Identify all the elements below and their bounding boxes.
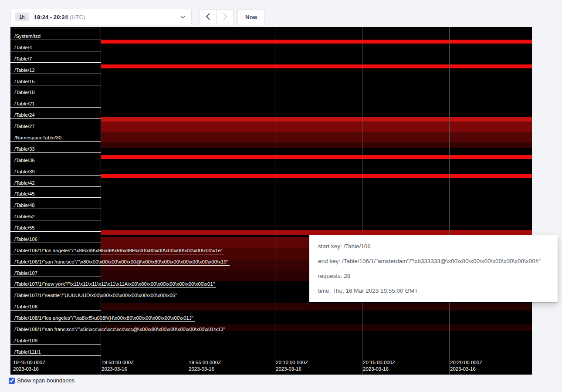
heat-band[interactable] bbox=[188, 155, 275, 159]
heat-band[interactable] bbox=[188, 40, 275, 44]
heat-band[interactable] bbox=[450, 324, 532, 331]
time-range-text: 19:24 - 20:24(UTC) bbox=[34, 14, 85, 20]
span-boundary-line bbox=[10, 96, 101, 96]
heat-band[interactable] bbox=[275, 142, 362, 148]
span-label: /Table/7 bbox=[14, 56, 32, 62]
span-label: /Table/111/1 bbox=[14, 349, 41, 355]
heat-band[interactable] bbox=[275, 117, 362, 122]
span-boundary-line bbox=[10, 287, 216, 288]
heat-band[interactable] bbox=[450, 117, 532, 122]
heat-band[interactable] bbox=[362, 122, 449, 132]
heat-band[interactable] bbox=[101, 64, 188, 68]
span-label: /Table/107 bbox=[14, 270, 37, 276]
heat-band[interactable] bbox=[450, 174, 532, 178]
span-label: /Table/52 bbox=[14, 213, 35, 220]
span-boundary-line bbox=[10, 355, 101, 356]
heat-band[interactable] bbox=[362, 303, 449, 311]
heat-band[interactable] bbox=[101, 155, 188, 159]
heat-band[interactable] bbox=[188, 117, 275, 122]
span-label: /Table/33 bbox=[14, 146, 35, 152]
heat-band[interactable] bbox=[101, 142, 188, 148]
heat-band[interactable] bbox=[362, 174, 449, 178]
span-boundary-line bbox=[10, 220, 101, 220]
span-label: /Table/21 bbox=[14, 101, 35, 107]
span-label: /Table/45 bbox=[14, 191, 35, 197]
heat-band[interactable] bbox=[275, 324, 362, 331]
span-boundary-line bbox=[10, 175, 101, 176]
heat-band[interactable] bbox=[188, 237, 275, 248]
span-boundary-line bbox=[10, 74, 101, 74]
next-time-button[interactable] bbox=[216, 9, 234, 25]
time-axis-label: 20:10:00.000Z2023-03-16 bbox=[276, 359, 308, 372]
heat-band[interactable] bbox=[275, 174, 362, 178]
heat-band[interactable] bbox=[362, 64, 449, 68]
heat-band[interactable] bbox=[450, 303, 532, 311]
heat-band[interactable] bbox=[188, 142, 275, 148]
heat-band[interactable] bbox=[188, 64, 275, 68]
heat-band[interactable] bbox=[275, 122, 362, 132]
heat-band[interactable] bbox=[188, 132, 275, 142]
heat-band[interactable] bbox=[101, 122, 188, 132]
now-button[interactable]: Now bbox=[237, 9, 265, 25]
span-label: /Table/39 bbox=[14, 169, 35, 175]
heat-band[interactable] bbox=[188, 270, 275, 281]
heat-band[interactable] bbox=[450, 142, 532, 148]
heat-band[interactable] bbox=[275, 155, 362, 159]
heat-band[interactable] bbox=[188, 174, 275, 178]
chevron-left-icon bbox=[206, 13, 210, 21]
heat-band[interactable] bbox=[275, 40, 362, 44]
span-label: /Table/108/1/"los angeles"/"\xa8\xf5\u00… bbox=[14, 315, 193, 321]
time-range-value: 19:24 - 20:24 bbox=[34, 14, 68, 20]
heat-band[interactable] bbox=[101, 303, 188, 311]
span-boundary-line bbox=[10, 277, 101, 277]
heat-band[interactable] bbox=[101, 117, 188, 122]
heat-band[interactable] bbox=[101, 230, 188, 235]
time-axis-label: 19:50:00.000Z2023-03-16 bbox=[102, 359, 134, 372]
heat-band[interactable] bbox=[101, 270, 188, 281]
span-boundary-line bbox=[10, 186, 101, 187]
heat-band[interactable] bbox=[188, 122, 275, 132]
time-axis-label: 19:55:00.000Z2023-03-16 bbox=[189, 359, 221, 372]
show-span-boundaries-checkbox[interactable] bbox=[9, 378, 15, 384]
heat-band[interactable] bbox=[450, 132, 532, 142]
span-label: /Table/108/1/"san francisco"/"\x8c\xcc\x… bbox=[14, 326, 225, 332]
span-boundary-line bbox=[10, 265, 230, 266]
heat-band[interactable] bbox=[275, 64, 362, 68]
heat-band[interactable] bbox=[101, 40, 188, 44]
heat-band[interactable] bbox=[362, 155, 449, 159]
span-label: /Table/27 bbox=[14, 123, 35, 129]
heat-band[interactable] bbox=[101, 237, 188, 248]
heat-band[interactable] bbox=[362, 324, 449, 331]
heat-band[interactable] bbox=[101, 174, 188, 178]
heat-band[interactable] bbox=[275, 303, 362, 311]
heat-band[interactable] bbox=[188, 230, 275, 235]
span-label: /Table/48 bbox=[14, 202, 35, 208]
heat-band[interactable] bbox=[450, 155, 532, 159]
heat-band[interactable] bbox=[450, 122, 532, 132]
key-visualizer-canvas[interactable]: /System/tsd/Table/4/Table/7/Table/12/Tab… bbox=[10, 27, 532, 375]
time-gridline bbox=[188, 27, 188, 375]
span-boundary-line bbox=[10, 62, 101, 63]
heat-band[interactable] bbox=[362, 132, 449, 142]
heat-band[interactable] bbox=[362, 142, 449, 148]
time-range-dropdown[interactable]: 1h 19:24 - 20:24(UTC) bbox=[10, 9, 192, 25]
heat-band[interactable] bbox=[275, 230, 362, 235]
span-label: /Table/106/1/"los angeles"/"\x99\x99\x99… bbox=[14, 247, 223, 253]
heat-band[interactable] bbox=[362, 117, 449, 122]
span-label: /Table/18 bbox=[14, 89, 35, 95]
heat-band[interactable] bbox=[362, 230, 449, 235]
heat-band[interactable] bbox=[450, 40, 532, 44]
heat-band[interactable] bbox=[188, 303, 275, 311]
tooltip-time: time: Thu, 16 Mar 2023 19:55:00 GMT bbox=[318, 284, 549, 298]
heat-band[interactable] bbox=[450, 230, 532, 235]
span-boundary-line bbox=[10, 197, 101, 198]
span-label: /Table/36 bbox=[14, 157, 35, 163]
span-boundary-line bbox=[10, 344, 101, 345]
heat-band[interactable] bbox=[450, 64, 532, 68]
heat-band[interactable] bbox=[275, 132, 362, 142]
heat-band[interactable] bbox=[362, 40, 449, 44]
prev-time-button[interactable] bbox=[199, 9, 217, 25]
span-boundary-line bbox=[10, 243, 101, 243]
span-label: /Table/42 bbox=[14, 180, 35, 186]
heat-band[interactable] bbox=[101, 132, 188, 142]
